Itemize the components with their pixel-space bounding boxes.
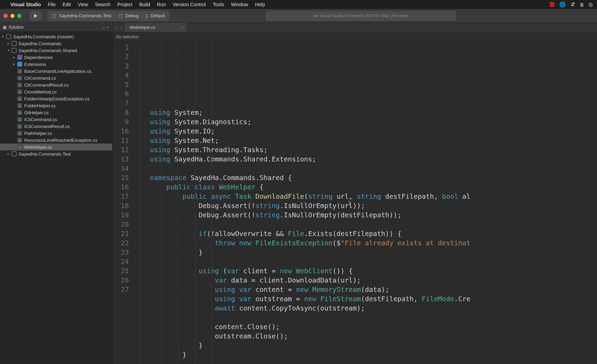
run-config-selector[interactable]: ▢ SayedHa.Commands.Test › ▢ Debug › ▯ De…	[48, 11, 169, 21]
code-line[interactable]: }	[150, 350, 597, 360]
code-line[interactable]: namespace SayedHa.Commands.Shared {	[150, 173, 597, 183]
code-line[interactable]: Debug.Assert(!string.IsNullOrEmpty(destF…	[150, 210, 597, 220]
tree-item-label: GitHelper.cs	[24, 110, 49, 115]
line-number: 27	[113, 285, 129, 294]
line-number: 16	[113, 183, 129, 192]
tree-item-label: SayedHa.Commands (master)	[13, 34, 74, 39]
code-line[interactable]: using (var client = new WebClient()) {	[150, 266, 597, 276]
code-line[interactable]	[150, 220, 597, 229]
disclosure-icon[interactable]: ▸	[13, 56, 17, 59]
disclosure-icon[interactable]: ▸	[8, 152, 11, 156]
disclosure-icon[interactable]: ▸	[8, 42, 11, 45]
code-line[interactable]: await content.CopyToAsync(outstream);	[150, 304, 597, 313]
tree-item[interactable]: {}PathHelper.cs	[0, 130, 112, 137]
nav-forward-icon[interactable]: ›	[121, 25, 122, 30]
tree-item[interactable]: {}BaseCommandLineApplication.cs	[0, 68, 112, 75]
app-name[interactable]: Visual Studio	[10, 2, 41, 7]
code-line[interactable]: using System.Net;	[150, 136, 597, 145]
line-number: 12	[113, 145, 129, 155]
disclosure-icon[interactable]: ▾	[2, 35, 6, 38]
minimize-window-icon[interactable]	[10, 14, 15, 18]
cc-icon[interactable]: ◎	[588, 1, 593, 8]
tree-item[interactable]: {}ICliCommandResult.cs	[0, 123, 112, 130]
zoom-window-icon[interactable]	[17, 14, 21, 18]
code-line[interactable]: using System;	[150, 108, 597, 117]
tree-item[interactable]: {}CliCommand.cs	[0, 75, 112, 81]
cs-icon: {}	[17, 76, 22, 80]
line-number: 18	[113, 201, 129, 210]
code-content[interactable]: 𝙸 using System;using System.Diagnostics;…	[140, 41, 597, 364]
menu-version-control[interactable]: Version Control	[173, 2, 206, 7]
editor-tabbar: ‹ › WebHelper.cs ×	[113, 23, 597, 32]
status-indicator-icon[interactable]	[550, 2, 555, 7]
tree-item[interactable]: ▾SayedHa.Commands (master)	[0, 33, 112, 40]
code-line[interactable]: }	[150, 341, 597, 350]
code-line[interactable]: using var outstream = new FileStream(des…	[150, 294, 597, 304]
code-line[interactable]: public async Task DownloadFile(string ur…	[150, 192, 597, 201]
code-line[interactable]: using System.Diagnostics;	[150, 117, 597, 127]
tree-item[interactable]: ▸Extensions	[0, 61, 112, 68]
code-line[interactable]: using SayedHa.Commands.Shared.Extensions…	[150, 155, 597, 164]
s-icon[interactable]: S	[580, 2, 584, 8]
tree-item-label: RecursionLimitReachedException.cs	[24, 138, 97, 143]
tree-item[interactable]: {}ICliCommand.cs	[0, 116, 112, 123]
menu-window[interactable]: Window	[231, 2, 248, 7]
code-line[interactable]	[150, 257, 597, 266]
tree-item[interactable]: {}GitHelper.cs	[0, 109, 112, 116]
code-line[interactable]: using System.IO;	[150, 127, 597, 136]
menu-run[interactable]: Run	[157, 2, 166, 7]
line-number: 13	[113, 155, 129, 164]
menu-search[interactable]: Search	[95, 2, 110, 7]
tree-item[interactable]: ▸Dependencies	[0, 54, 112, 61]
tree-item[interactable]: {}RecursionLimitReachedException.cs	[0, 137, 112, 144]
code-line[interactable]	[150, 164, 597, 173]
breadcrumb[interactable]: No selection	[113, 32, 597, 41]
vs-icon: ⋈	[313, 13, 318, 18]
sidebar-controls[interactable]: □ ×	[102, 25, 110, 29]
code-line[interactable]: Debug.Assert(!string.IsNullOrEmpty(url))…	[150, 201, 597, 210]
menu-build[interactable]: Build	[139, 2, 150, 7]
menu-project[interactable]: Project	[117, 2, 133, 7]
dropbox-icon[interactable]: ⇵	[571, 1, 575, 8]
code-line[interactable]: throw new FileExistsException($"File alr…	[150, 238, 597, 248]
line-number: 2	[113, 52, 129, 61]
disclosure-icon[interactable]: ▸	[13, 62, 17, 66]
tree-item[interactable]: {}FolderAlreadyExistsException.cs	[0, 95, 112, 102]
line-number: 23	[113, 248, 129, 257]
solution-tree[interactable]: ▾SayedHa.Commands (master)▸SayedHa.Comma…	[0, 32, 112, 159]
tree-item[interactable]: {}WebHelper.cs	[0, 144, 112, 150]
proj-icon	[12, 151, 17, 156]
menu-help[interactable]: Help	[255, 2, 265, 7]
tree-item[interactable]: ▸SayedHa.Commands	[0, 40, 112, 47]
menu-view[interactable]: View	[78, 2, 88, 7]
disclosure-icon[interactable]: ▾	[8, 49, 11, 52]
run-button[interactable]	[30, 11, 41, 21]
globe-icon[interactable]: 🌐	[559, 1, 566, 8]
cs-icon: {}	[17, 145, 22, 149]
tree-item[interactable]: ▾SayedHa.Commands.Shared	[0, 47, 112, 54]
code-line[interactable]: outstream.Close();	[150, 332, 597, 341]
code-line[interactable]: public class WebHelper {	[150, 183, 597, 192]
close-tab-icon[interactable]: ×	[181, 25, 183, 30]
code-line[interactable]: }	[150, 248, 597, 257]
code-line[interactable]: if(!allowOverwrite && File.Exists(destFi…	[150, 229, 597, 238]
menu-edit[interactable]: Edit	[63, 2, 71, 7]
tree-item-label: SayedHa.Commands.Test	[19, 151, 71, 157]
menu-file[interactable]: File	[48, 2, 56, 7]
tree-item[interactable]: {}CliCommandResult.cs	[0, 81, 112, 88]
close-window-icon[interactable]	[3, 14, 8, 18]
code-line[interactable]: var data = client.DownloadData(url);	[150, 276, 597, 285]
tree-item[interactable]: {}CloneMethod.cs	[0, 88, 112, 95]
menu-tools[interactable]: Tools	[213, 2, 224, 7]
code-line[interactable]: content.Close();	[150, 322, 597, 332]
code-line[interactable]	[150, 313, 597, 322]
code-area[interactable]: 1234567891011121314151617181920212223242…	[113, 41, 597, 364]
tree-item[interactable]: ▸SayedHa.Commands.Test	[0, 150, 112, 157]
code-line[interactable]: using var content = new MemoryStream(dat…	[150, 285, 597, 294]
tree-item[interactable]: {}FolderHelper.cs	[0, 102, 112, 109]
nav-back-icon[interactable]: ‹	[115, 25, 117, 30]
editor-tab[interactable]: WebHelper.cs ×	[125, 23, 187, 32]
code-line[interactable]: using System.Threading.Tasks;	[150, 145, 597, 155]
window-title-text: Visual Studio Enterprise 2019 for Mac (P…	[320, 13, 408, 18]
folder-purple-icon	[17, 55, 22, 60]
